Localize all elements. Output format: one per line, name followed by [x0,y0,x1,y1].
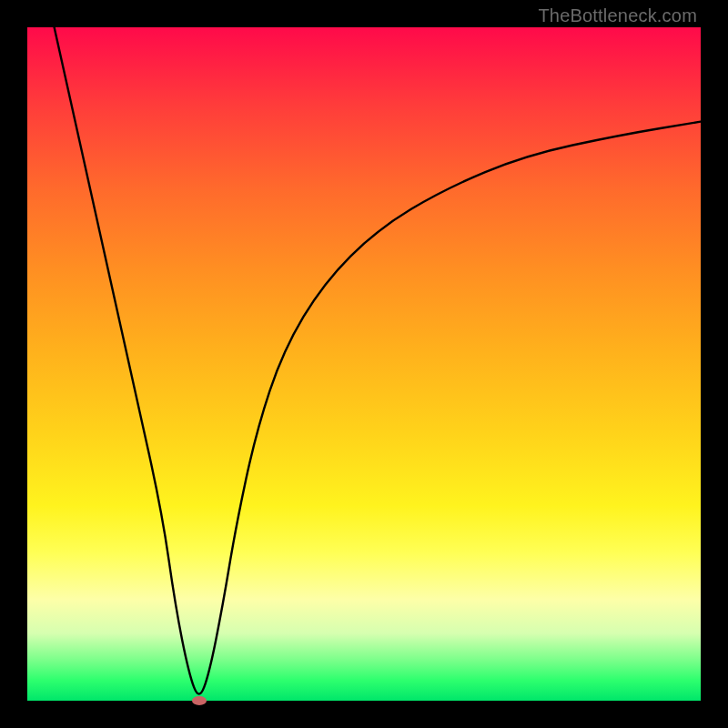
bottleneck-curve [55,27,701,694]
chart-frame: TheBottleneck.com [0,0,728,728]
attribution-text: TheBottleneck.com [538,5,697,26]
curve-svg [27,27,701,701]
plot-area [27,27,701,701]
minimum-marker [192,696,207,705]
